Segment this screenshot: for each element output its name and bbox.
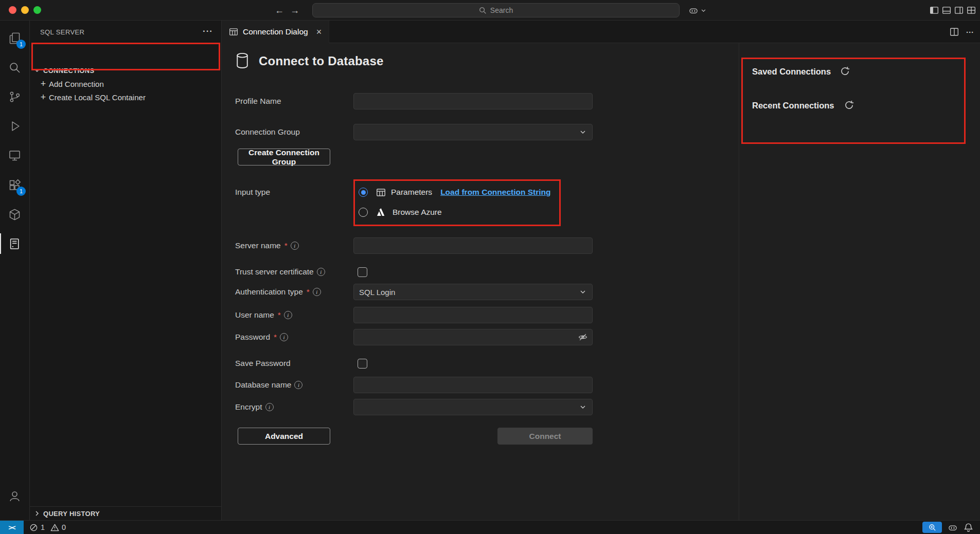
profile-name-label: Profile Name (235, 97, 353, 106)
zoom-status-item[interactable] (922, 522, 942, 533)
info-icon[interactable]: i (284, 311, 292, 319)
connection-group-label: Connection Group (235, 127, 353, 137)
authentication-type-select[interactable]: SQL Login (353, 284, 593, 300)
warning-icon (50, 523, 59, 532)
parameters-radio[interactable] (359, 188, 368, 197)
info-icon[interactable]: i (291, 242, 299, 250)
toggle-primary-sidebar-icon[interactable] (930, 6, 939, 15)
extensions-badge: 1 (16, 187, 26, 196)
create-local-sql-container-item[interactable]: + Create Local SQL Container (30, 90, 221, 104)
profile-name-input[interactable] (353, 93, 593, 109)
plus-icon: + (38, 79, 49, 89)
browse-azure-radio[interactable] (359, 208, 368, 217)
copilot-icon (688, 5, 699, 15)
password-input[interactable] (353, 329, 593, 345)
back-button[interactable]: ← (273, 4, 286, 17)
trust-server-certificate-checkbox[interactable] (358, 267, 367, 277)
sql-server-icon (8, 237, 22, 251)
copilot-status-icon[interactable] (948, 522, 958, 532)
chevron-down-icon (33, 66, 41, 75)
editor-more-actions-icon[interactable]: ··· (966, 28, 974, 36)
sidebar-title: SQL SERVER (40, 21, 84, 43)
sidebar-item-search[interactable] (0, 53, 29, 82)
create-connection-group-button[interactable]: Create Connection Group (238, 149, 330, 165)
chevron-down-icon (579, 128, 587, 136)
sidebar-item-explorer[interactable]: 1 (0, 24, 29, 52)
command-center-search[interactable]: Search (312, 3, 680, 17)
encrypt-select[interactable] (353, 399, 593, 415)
forward-button[interactable]: → (288, 4, 301, 17)
customize-layout-icon[interactable] (967, 6, 976, 15)
sidebar-item-package[interactable] (0, 200, 29, 229)
tab-close-icon[interactable]: × (313, 26, 325, 38)
database-name-label: Database namei (235, 380, 353, 390)
connect-button[interactable]: Connect (497, 428, 593, 445)
sidebar-item-extensions[interactable]: 1 (0, 171, 29, 199)
tab-connection-dialog[interactable]: Connection Dialog × (222, 21, 329, 43)
required-marker: * (307, 287, 310, 297)
load-from-connection-string-link[interactable]: Load from Connection String (440, 188, 550, 197)
database-name-input[interactable] (353, 377, 593, 393)
database-name-row: Database namei (235, 377, 593, 393)
advanced-button[interactable]: Advanced (238, 428, 330, 445)
add-connection-item[interactable]: + Add Connection (30, 77, 221, 90)
query-history-section-header[interactable]: QUERY HISTORY (30, 506, 221, 520)
user-name-row: User name*i (235, 307, 593, 323)
window-close-button[interactable] (9, 6, 16, 14)
saved-connections-refresh-icon[interactable] (840, 66, 850, 76)
user-name-input[interactable] (353, 307, 593, 323)
chevron-down-icon (579, 288, 587, 296)
connection-dialog-tab-icon (229, 27, 238, 36)
profile-name-row: Profile Name (235, 93, 593, 109)
error-icon (29, 523, 38, 532)
account-icon (8, 489, 22, 503)
server-name-input[interactable] (353, 237, 593, 254)
required-marker: * (274, 333, 277, 342)
save-password-row: Save Password (235, 355, 367, 372)
save-password-checkbox[interactable] (358, 359, 367, 369)
info-icon[interactable]: i (280, 333, 288, 341)
chevron-down-icon (579, 403, 587, 411)
sidebar-item-sql-server[interactable] (0, 229, 29, 258)
sidebar-item-run-debug[interactable] (0, 112, 29, 140)
dialog-buttons-row: Advanced Connect (238, 428, 593, 445)
connections-panel: Saved Connections Recent Connections (739, 43, 980, 520)
toggle-panel-icon[interactable] (942, 6, 951, 15)
sidebar-item-remote-explorer[interactable] (0, 141, 29, 170)
saved-connections-title: Saved Connections (752, 67, 831, 77)
accounts-button[interactable] (0, 482, 29, 510)
sidebar-item-source-control[interactable] (0, 82, 29, 111)
info-icon[interactable]: i (313, 288, 321, 296)
recent-connections-refresh-icon[interactable] (844, 100, 854, 110)
browse-azure-option-label: Browse Azure (393, 208, 442, 217)
input-type-label: Input type (235, 188, 353, 197)
required-marker: * (284, 241, 288, 250)
problems-status[interactable]: 1 0 (29, 523, 66, 532)
toggle-password-visibility-icon[interactable] (578, 332, 588, 342)
authentication-type-label: Authentication type*i (235, 287, 353, 297)
remote-indicator[interactable]: >< (0, 521, 24, 534)
info-icon[interactable]: i (265, 403, 274, 411)
toggle-secondary-sidebar-icon[interactable] (954, 6, 964, 15)
info-icon[interactable]: i (294, 381, 302, 389)
run-debug-icon (8, 119, 22, 133)
split-editor-icon[interactable] (950, 27, 959, 36)
explorer-badge: 1 (16, 40, 26, 49)
notifications-bell-icon[interactable] (964, 523, 973, 532)
connection-dialog-content: Connect to Database Profile Name Connect… (222, 43, 980, 520)
window-maximize-button[interactable] (33, 6, 41, 14)
connection-group-row: Connection Group (235, 124, 593, 140)
dialog-title: Connect to Database (259, 54, 384, 68)
user-name-label: User name*i (235, 310, 353, 320)
window-minimize-button[interactable] (21, 6, 29, 14)
copilot-menu[interactable] (688, 4, 706, 16)
create-local-sql-container-label: Create Local SQL Container (49, 93, 146, 102)
database-icon (235, 52, 250, 70)
parameters-option-label: Parameters (391, 188, 432, 197)
titlebar: ← → Search (0, 0, 980, 21)
more-actions-icon[interactable]: ··· (203, 26, 213, 36)
connection-group-select[interactable] (353, 124, 593, 140)
connections-section-header[interactable]: CONNECTIONS (30, 64, 221, 77)
chevron-right-icon (33, 509, 41, 518)
info-icon[interactable]: i (317, 268, 325, 276)
